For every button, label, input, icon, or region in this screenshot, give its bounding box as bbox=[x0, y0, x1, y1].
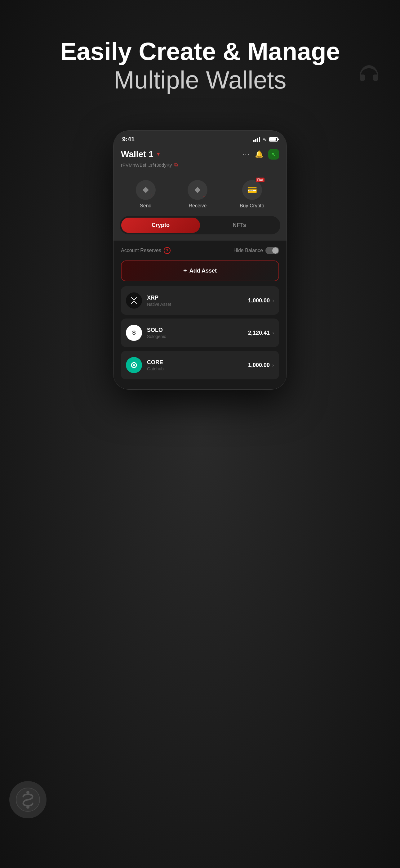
svg-text:S: S bbox=[132, 330, 136, 336]
send-label: Send bbox=[140, 203, 151, 209]
xrp-symbol: XRP bbox=[147, 294, 248, 301]
signal-icon bbox=[253, 137, 260, 142]
notification-bell-icon[interactable]: 🔔 bbox=[255, 150, 263, 158]
tab-bar: Crypto NFTs bbox=[120, 216, 280, 235]
plus-icon: + bbox=[183, 267, 187, 274]
add-asset-button[interactable]: + Add Asset bbox=[121, 260, 279, 281]
send-arrow-icon: ↑ bbox=[151, 193, 153, 198]
dropdown-arrow-icon[interactable]: ▼ bbox=[156, 152, 161, 157]
svg-rect-4 bbox=[195, 187, 201, 193]
status-time: 9:41 bbox=[122, 136, 135, 143]
svg-point-2 bbox=[26, 806, 29, 809]
tab-crypto[interactable]: Crypto bbox=[121, 218, 200, 233]
asset-row-core[interactable]: CORE Gatehub 1,000.00 › bbox=[121, 351, 279, 379]
send-diamond-icon bbox=[141, 186, 150, 194]
wallet-address-row[interactable]: rPVMhWBsf...sf43ddyKy ⧉ bbox=[121, 162, 279, 168]
xrp-chevron-icon: › bbox=[272, 298, 274, 304]
hide-balance-toggle[interactable] bbox=[265, 247, 279, 254]
tab-crypto-label: Crypto bbox=[152, 222, 170, 228]
account-reserves-row: Account Reserves ? Hide Balance bbox=[121, 247, 279, 254]
asset-row-xrp[interactable]: XRP Native Asset 1,000.00 › bbox=[121, 286, 279, 315]
send-button[interactable]: ↑ Send bbox=[136, 180, 156, 209]
send-icon-wrap: ↑ bbox=[136, 180, 156, 200]
solo-subtitle: Sologenic bbox=[147, 334, 248, 339]
core-chevron-icon: › bbox=[272, 362, 274, 369]
svg-point-1 bbox=[26, 791, 29, 794]
action-buttons-row: ↑ Send ↓ Receive bbox=[113, 173, 287, 216]
xrp-info: XRP Native Asset bbox=[147, 294, 248, 307]
wifi-badge-icon: ∿ bbox=[271, 151, 276, 158]
core-amount: 1,000.00 bbox=[248, 362, 270, 369]
buy-crypto-button[interactable]: Fiat 💳 Buy Crypto bbox=[240, 180, 264, 209]
status-bar: 9:41 ∿ bbox=[113, 131, 287, 145]
xrp-amount: 1,000.00 bbox=[248, 298, 270, 304]
card-icon: 💳 bbox=[247, 185, 257, 195]
hide-balance-label: Hide Balance bbox=[233, 248, 263, 253]
hero-line1: Easily Create & Manage bbox=[0, 37, 400, 66]
svg-point-9 bbox=[133, 364, 135, 366]
decoration-headphone bbox=[357, 62, 381, 87]
reserves-help-icon[interactable]: ? bbox=[164, 247, 171, 254]
hero-line2: Multiple Wallets bbox=[0, 66, 400, 94]
phone-mockup: 9:41 ∿ Wallet 1 ▼ bbox=[113, 130, 287, 390]
core-symbol: CORE bbox=[147, 359, 248, 366]
buy-icon-wrap: Fiat 💳 bbox=[242, 180, 262, 200]
receive-label: Receive bbox=[189, 203, 207, 209]
help-question-mark: ? bbox=[166, 248, 168, 253]
receive-icon-wrap: ↓ bbox=[188, 180, 207, 200]
wallet-name: Wallet 1 bbox=[121, 149, 154, 159]
tab-nfts[interactable]: NFTs bbox=[200, 218, 279, 233]
connection-badge[interactable]: ∿ bbox=[268, 149, 279, 160]
svg-rect-3 bbox=[143, 187, 149, 193]
core-info: CORE Gatehub bbox=[147, 359, 248, 371]
core-subtitle: Gatehub bbox=[147, 366, 248, 371]
xrp-icon bbox=[129, 296, 139, 305]
core-icon bbox=[129, 360, 139, 370]
hero-section: Easily Create & Manage Multiple Wallets bbox=[0, 37, 400, 94]
decoration-bottom bbox=[9, 781, 46, 818]
solo-info: SOLO Sologenic bbox=[147, 327, 248, 339]
core-logo bbox=[126, 357, 142, 373]
asset-row-solo[interactable]: S SOLO Sologenic 2,120.41 › bbox=[121, 318, 279, 347]
toggle-knob bbox=[272, 247, 278, 254]
solo-symbol: SOLO bbox=[147, 327, 248, 333]
xrp-subtitle: Native Asset bbox=[147, 302, 248, 307]
wifi-icon: ∿ bbox=[263, 136, 267, 142]
app-header: Wallet 1 ▼ ··· 🔔 ∿ rPVMhWBsf...sf43ddyKy… bbox=[113, 145, 287, 173]
more-options-icon[interactable]: ··· bbox=[242, 150, 250, 158]
wallet-address-text: rPVMhWBsf...sf43ddyKy bbox=[121, 162, 172, 168]
fiat-badge: Fiat bbox=[256, 178, 265, 182]
account-reserves-label: Account Reserves bbox=[121, 248, 161, 253]
status-icons: ∿ bbox=[253, 136, 278, 142]
hide-balance-row: Hide Balance bbox=[233, 247, 279, 254]
receive-arrow-icon: ↓ bbox=[202, 193, 205, 198]
solo-icon: S bbox=[129, 328, 139, 338]
add-asset-label: Add Asset bbox=[190, 268, 217, 274]
battery-icon bbox=[269, 137, 278, 142]
buy-label: Buy Crypto bbox=[240, 203, 264, 209]
copy-address-icon[interactable]: ⧉ bbox=[174, 162, 178, 168]
receive-button[interactable]: ↓ Receive bbox=[188, 180, 207, 209]
phone-body: 9:41 ∿ Wallet 1 ▼ bbox=[113, 130, 287, 390]
header-top-row: Wallet 1 ▼ ··· 🔔 ∿ bbox=[121, 149, 279, 160]
reserves-left: Account Reserves ? bbox=[121, 247, 171, 254]
content-area: Account Reserves ? Hide Balance + Add As… bbox=[113, 241, 287, 389]
hero-title: Easily Create & Manage Multiple Wallets bbox=[0, 37, 400, 94]
receive-diamond-icon bbox=[193, 186, 202, 194]
xrp-logo bbox=[126, 292, 142, 309]
header-actions: ··· 🔔 ∿ bbox=[242, 149, 279, 160]
solo-chevron-icon: › bbox=[272, 330, 274, 336]
solo-logo: S bbox=[126, 325, 142, 341]
tab-nfts-label: NFTs bbox=[233, 222, 246, 228]
wallet-name-row[interactable]: Wallet 1 ▼ bbox=[121, 149, 161, 159]
solo-amount: 2,120.41 bbox=[248, 330, 270, 336]
